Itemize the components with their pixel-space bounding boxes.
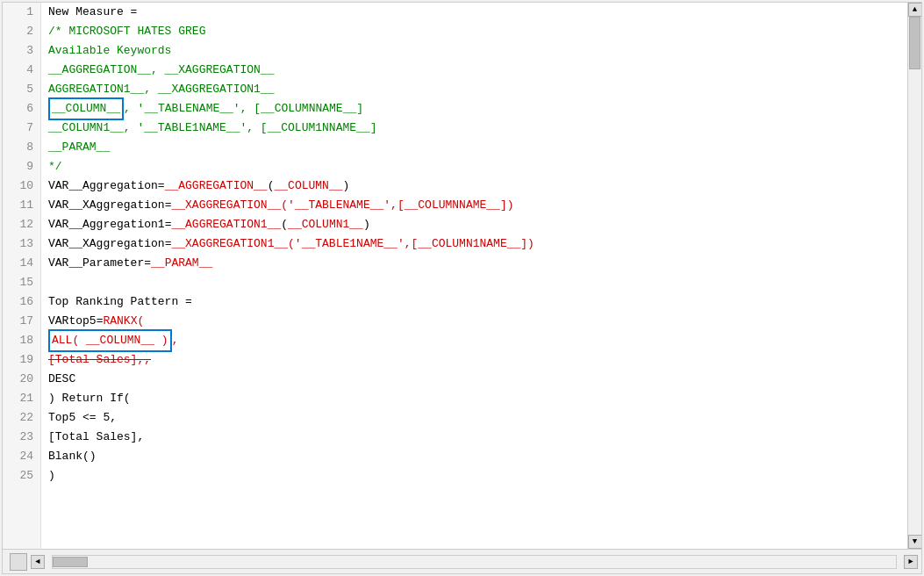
code-segment: __Aggregation1	[68, 215, 164, 234]
h-scroll-right-button[interactable]: ►	[904, 555, 918, 569]
line-number-11: 11	[10, 196, 33, 215]
code-segment: New Measure =	[48, 3, 137, 22]
line-number-19: 19	[10, 350, 33, 370]
scroll-thumb[interactable]	[909, 17, 920, 69]
code-line-6: __COLUMN__, '__TABLENAME__', [__COLUMNNA…	[48, 99, 900, 119]
code-segment: __XAGGREGATION__	[171, 196, 281, 215]
code-line-25: )	[48, 466, 900, 486]
code-segment: VAR	[48, 176, 68, 196]
code-line-1: New Measure =	[48, 3, 900, 22]
code-segment: __Aggregation	[68, 176, 157, 196]
line-number-21: 21	[10, 389, 33, 408]
line-number-4: 4	[10, 61, 33, 80]
code-segment: */	[48, 157, 62, 176]
bottom-bar: ◄ ►	[3, 549, 921, 573]
code-segment: (	[281, 215, 288, 234]
code-line-16: Top Ranking Pattern =	[48, 292, 900, 312]
code-line-22: Top5 <= 5,	[48, 408, 900, 428]
line-number-24: 24	[10, 447, 33, 466]
editor-container: 1234567891011121314151617181920212223242…	[2, 2, 922, 574]
code-segment: )	[363, 215, 370, 234]
code-segment: )	[343, 176, 350, 196]
code-line-14: VAR __Parameter = __PARAM__	[48, 254, 900, 273]
line-number-13: 13	[10, 234, 33, 254]
code-segment: __XAggregation	[68, 234, 164, 254]
code-segment: AGGREGATION1__, __XAGGREGATION1__	[48, 80, 274, 99]
code-segment: /* MICROSOFT HATES GREG	[48, 22, 205, 41]
code-segment: __COLUMN1__	[288, 215, 363, 234]
code-segment: __AGGREGATION__, __XAGGREGATION__	[48, 61, 274, 80]
line-number-10: 10	[10, 176, 33, 196]
line-number-3: 3	[10, 41, 33, 61]
code-segment: ('__TABLE1NAME__',[__COLUMN1NAME__])	[288, 234, 534, 254]
line-number-8: 8	[10, 138, 33, 157]
line-number-2: 2	[10, 22, 33, 41]
zoom-dropdown-button[interactable]	[10, 553, 27, 571]
scroll-up-button[interactable]: ▲	[908, 3, 922, 17]
code-segment: =	[158, 176, 165, 196]
code-segment: __XAggregation	[68, 196, 164, 215]
column-keyword-box-1: __COLUMN__	[48, 97, 124, 120]
code-line-18: ALL( __COLUMN__ ),	[48, 331, 900, 350]
code-line-20: DESC	[48, 370, 900, 389]
line-numbers: 1234567891011121314151617181920212223242…	[3, 3, 41, 549]
code-line-12: VAR __Aggregation1 = __AGGREGATION1__(__…	[48, 215, 900, 234]
column-keyword-box-2: ALL( __COLUMN__ )	[48, 329, 172, 352]
line-number-9: 9	[10, 157, 33, 176]
code-line-3: Available Keywords	[48, 41, 900, 61]
code-line-17: VAR top5 = RANKX(	[48, 312, 900, 331]
code-area: 1234567891011121314151617181920212223242…	[3, 3, 921, 549]
code-segment: __AGGREGATION__	[165, 176, 268, 196]
line-number-20: 20	[10, 370, 33, 389]
code-line-7: __COLUMN1__, '__TABLE1NAME__', [__COLUM1…	[48, 119, 900, 138]
code-line-10: VAR __Aggregation = __AGGREGATION__(__CO…	[48, 176, 900, 196]
vertical-scrollbar: ▲ ▼	[907, 3, 921, 549]
line-number-23: 23	[10, 428, 33, 447]
code-line-21: ) Return If(	[48, 389, 900, 408]
code-segment: [Total Sales],	[48, 428, 144, 447]
code-line-2: /* MICROSOFT HATES GREG	[48, 22, 900, 41]
line-number-25: 25	[10, 466, 33, 486]
line-number-16: 16	[10, 292, 33, 312]
code-content[interactable]: New Measure = /* MICROSOFT HATES GREG Av…	[41, 3, 907, 549]
line-number-17: 17	[10, 312, 33, 331]
code-segment: VAR	[48, 234, 68, 254]
scroll-down-button[interactable]: ▼	[908, 535, 922, 549]
code-segment: VAR	[48, 312, 68, 331]
code-line-5: AGGREGATION1__, __XAGGREGATION1__	[48, 80, 900, 99]
code-line-8: __PARAM__	[48, 138, 900, 157]
code-segment: ('__TABLENAME__',[__COLUMNNAME__])	[281, 196, 513, 215]
code-line-23: [Total Sales],	[48, 428, 900, 447]
code-line-15	[48, 273, 900, 292]
code-segment: top5	[68, 312, 96, 331]
code-line-24: Blank()	[48, 447, 900, 466]
code-segment: )	[48, 466, 55, 486]
line-number-18: 18	[10, 331, 33, 350]
code-segment: Top Ranking Pattern =	[48, 292, 192, 312]
h-scroll-left-button[interactable]: ◄	[31, 555, 45, 569]
line-number-7: 7	[10, 119, 33, 138]
code-segment: =	[97, 312, 104, 331]
code-segment: DESC	[48, 370, 75, 389]
code-line-13: VAR __XAggregation = __XAGGREGATION1__('…	[48, 234, 900, 254]
code-segment: Top5 <= 5,	[48, 408, 117, 428]
code-segment: __XAGGREGATION1__	[171, 234, 288, 254]
line-number-22: 22	[10, 408, 33, 428]
line-number-1: 1	[10, 3, 33, 22]
code-segment: RANKX(	[103, 312, 144, 331]
horizontal-scrollbar[interactable]	[52, 555, 897, 569]
code-line-4: __AGGREGATION__, __XAGGREGATION__	[48, 61, 900, 80]
code-line-19: [Total Sales],,	[48, 350, 900, 370]
scroll-track	[908, 17, 921, 535]
code-segment: __PARAM__	[48, 138, 110, 157]
code-line-9: */	[48, 157, 900, 176]
code-segment: __AGGREGATION1__	[171, 215, 281, 234]
code-segment: Available Keywords	[48, 41, 171, 61]
line-number-5: 5	[10, 80, 33, 99]
h-scroll-thumb[interactable]	[53, 557, 88, 567]
code-segment: __COLUMN1__, '__TABLE1NAME__', [__COLUM1…	[48, 119, 376, 138]
code-segment: VAR	[48, 196, 68, 215]
line-number-6: 6	[10, 99, 33, 119]
code-line-11: VAR __XAggregation = __XAGGREGATION__('_…	[48, 196, 900, 215]
code-segment: VAR	[48, 215, 68, 234]
